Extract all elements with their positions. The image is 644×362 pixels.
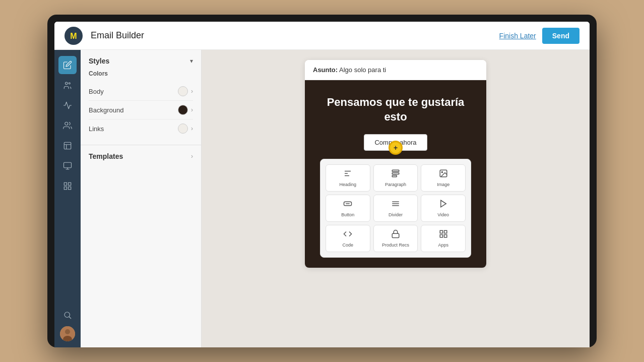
app-container: M Email Builder Finish Later Send [54,22,590,347]
image-icon [439,169,448,180]
svg-rect-26 [440,230,442,233]
styles-chevron-icon: ▾ [190,57,193,65]
body-label: Body [89,88,104,95]
block-image[interactable]: Image [421,164,466,192]
styles-section: Styles ▾ Colors Body › Backg [81,50,201,145]
links-color-swatch[interactable] [178,124,188,134]
user-avatar[interactable] [60,326,75,341]
finish-later-button[interactable]: Finish Later [499,32,536,40]
nav-search-icon[interactable] [58,306,77,324]
button-label: Button [341,212,354,217]
svg-rect-25 [392,233,399,237]
laptop-frame: M Email Builder Finish Later Send [47,15,597,347]
block-button[interactable]: Button [326,195,370,222]
svg-rect-10 [69,187,71,190]
button-icon [343,199,352,210]
templates-section[interactable]: Templates › [81,145,201,167]
email-headline: Pensamos que te gustaría esto [315,95,476,124]
svg-text:M: M [70,32,77,40]
block-video[interactable]: Video [421,195,466,222]
background-label: Background [89,106,123,114]
nav-integrations-icon[interactable] [58,177,77,195]
header: M Email Builder Finish Later Send [54,22,590,50]
body-color-row: Body › [89,82,193,101]
block-apps[interactable]: Apps [421,225,466,252]
code-icon [343,229,352,240]
preview-area: Asunto: Algo solo para ti Pensamos que t… [202,50,590,347]
svg-rect-5 [64,142,71,149]
svg-rect-6 [64,162,72,168]
email-preview-card: Asunto: Algo solo para ti Pensamos que t… [305,60,486,268]
svg-rect-7 [64,183,67,185]
templates-chevron-icon: › [191,153,193,160]
body-color-right: › [178,86,193,96]
templates-title: Templates [89,152,123,160]
subject-text: Algo solo para ti [339,66,386,74]
svg-rect-16 [392,173,399,174]
links-color-right: › [178,124,193,134]
content-blocks-popup: Heading Paragraph [320,159,471,258]
email-body: Pensamos que te gustaría esto Compra aho… [305,80,486,268]
image-label: Image [437,182,449,187]
nav-templates-icon[interactable] [58,157,77,175]
svg-point-11 [65,312,70,318]
header-actions: Finish Later Send [499,28,579,44]
email-subject-bar: Asunto: Algo solo para ti [305,60,486,80]
svg-rect-29 [444,235,446,237]
nav-campaigns-icon[interactable] [58,96,77,114]
svg-rect-17 [392,175,397,177]
left-nav [54,50,81,347]
add-block-cursor[interactable]: + [389,141,403,155]
block-divider[interactable]: Divider [373,195,418,222]
code-label: Code [343,243,354,248]
links-label: Links [89,125,104,133]
svg-rect-28 [440,235,442,237]
laptop-screen: M Email Builder Finish Later Send [54,22,590,347]
heading-icon [343,169,352,180]
nav-contacts-icon[interactable] [58,76,77,94]
subject-prefix: Asunto: [313,66,338,74]
svg-point-4 [65,122,68,125]
svg-point-2 [66,82,68,85]
svg-marker-24 [440,200,446,207]
styles-section-header[interactable]: Styles ▾ [89,57,193,65]
nav-reports-icon[interactable] [58,137,77,155]
links-color-row: Links › [89,119,193,138]
svg-rect-15 [392,170,399,171]
styles-title: Styles [89,57,109,65]
divider-icon [391,199,400,210]
nav-audience-icon[interactable] [58,116,77,135]
body-color-swatch[interactable] [178,86,188,96]
svg-rect-27 [444,230,446,233]
video-label: Video [437,212,449,217]
sidebar-panel: Styles ▾ Colors Body › Backg [81,50,202,347]
paragraph-label: Paragraph [385,182,406,187]
block-heading[interactable]: Heading [326,164,370,192]
background-color-right: › [178,105,193,115]
cta-wrapper: Compra ahora + [315,134,476,151]
background-chevron-icon: › [191,106,193,113]
body-chevron-icon: › [191,88,193,95]
app-title: Email Builder [91,30,499,41]
send-button[interactable]: Send [542,28,579,44]
product-recs-label: Product Recs [382,243,409,248]
divider-label: Divider [389,212,403,217]
colors-label: Colors [89,70,193,77]
apps-label: Apps [438,243,448,248]
block-code[interactable]: Code [326,225,370,252]
paragraph-icon [391,169,400,180]
svg-point-3 [69,83,70,84]
apps-icon [439,229,448,240]
video-icon [439,199,448,210]
block-paragraph[interactable]: Paragraph [373,164,418,192]
svg-rect-9 [64,187,67,190]
background-color-swatch[interactable] [178,105,188,115]
heading-label: Heading [340,182,357,187]
block-product-recs[interactable]: Product Recs [373,225,418,252]
background-color-row: Background › [89,101,193,119]
main-layout: Styles ▾ Colors Body › Backg [54,50,590,347]
svg-point-13 [65,329,70,334]
product-recs-icon [391,229,400,240]
nav-edit-icon[interactable] [58,56,77,74]
svg-point-19 [441,171,442,172]
